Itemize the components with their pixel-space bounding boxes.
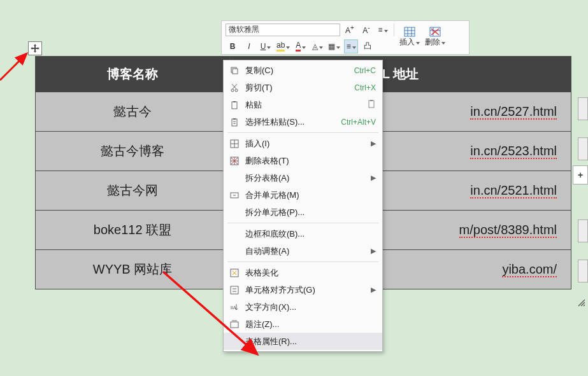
font-family-value: 微软雅黑 xyxy=(229,24,259,35)
grid-delete-icon xyxy=(229,155,240,167)
svg-line-11 xyxy=(163,272,257,354)
chevron-down-icon xyxy=(266,42,271,51)
url-text: in.cn/2521.html xyxy=(470,183,557,198)
italic-icon: I xyxy=(248,42,250,51)
font-increase-icon: A+ xyxy=(345,24,354,35)
bold-icon: B xyxy=(230,42,236,51)
borders-button[interactable]: ▦ xyxy=(327,39,341,53)
line-spacing-button[interactable]: ≡ xyxy=(376,23,390,37)
menu-label: 选择性粘贴(S)... xyxy=(245,116,336,128)
font-family-select[interactable]: 微软雅黑 xyxy=(226,24,340,36)
floating-toolbar: 微软雅黑 A+ A- ≡ 插入 删除 B I U ab A ◬ ▦ ≡ 凸 xyxy=(221,20,470,55)
cut-icon xyxy=(229,82,240,94)
delete-label: 删除 xyxy=(425,37,445,48)
merge-center-button[interactable]: 凸 xyxy=(361,39,375,53)
shading-button[interactable]: ◬ xyxy=(310,39,324,53)
menu-shortcut: Ctrl+Alt+V xyxy=(341,118,376,127)
copy-icon xyxy=(229,65,240,76)
svg-line-10 xyxy=(0,53,27,80)
cell-name[interactable]: 懿古今 xyxy=(36,92,230,132)
menu-label: 拆分表格(A) xyxy=(245,172,364,184)
decrease-font-button[interactable]: A- xyxy=(359,23,373,37)
line-spacing-icon: ≡ xyxy=(378,25,382,34)
insert-table-button[interactable]: 插入 xyxy=(398,25,421,50)
annotation-arrow-1 xyxy=(0,50,32,81)
increase-font-button[interactable]: A+ xyxy=(343,23,357,37)
merge-icon xyxy=(229,190,240,201)
menu-paste-special[interactable]: 选择性粘贴(S)... Ctrl+Alt+V xyxy=(224,113,382,130)
svg-rect-13 xyxy=(233,69,238,74)
url-text: in.cn/2527.html xyxy=(470,104,557,120)
clipboard-icon xyxy=(368,100,376,109)
align-button[interactable]: ≡ xyxy=(344,39,358,53)
chevron-down-icon xyxy=(440,38,445,46)
font-decrease-icon: A- xyxy=(362,24,369,35)
menu-label: 题注(Z)... xyxy=(245,319,376,330)
grid-icon xyxy=(229,138,240,150)
row-handle[interactable] xyxy=(578,137,588,160)
resize-icon xyxy=(577,298,586,307)
plus-icon: + xyxy=(578,170,583,180)
menu-label: 插入(I) xyxy=(245,138,364,150)
blank-icon xyxy=(229,228,240,240)
menu-separator xyxy=(227,223,378,223)
menu-label: 表格属性(R)... xyxy=(245,336,376,347)
menu-separator xyxy=(227,132,378,133)
cell-name[interactable]: 懿古今博客 xyxy=(36,132,230,171)
url-text: in.cn/2523.html xyxy=(470,144,557,159)
cell-name[interactable]: boke112 联盟 xyxy=(36,211,230,250)
svg-rect-20 xyxy=(369,101,374,108)
menu-split-cells[interactable]: 拆分单元格(P)... xyxy=(224,204,382,221)
menu-copy[interactable]: 复制(C) Ctrl+C xyxy=(224,62,382,79)
menu-paste[interactable]: 粘贴 xyxy=(224,96,382,113)
separator xyxy=(394,24,394,36)
svg-rect-0 xyxy=(405,27,415,36)
cell-name[interactable]: 懿古今网 xyxy=(36,171,230,211)
menu-separator xyxy=(227,261,378,262)
highlight-icon: ab xyxy=(276,41,285,52)
menu-label: 粘贴 xyxy=(245,99,362,111)
svg-point-14 xyxy=(231,89,234,92)
font-color-button[interactable]: A xyxy=(294,39,308,53)
menu-label: 剪切(T) xyxy=(245,82,349,94)
menu-label: 合并单元格(M) xyxy=(245,190,376,201)
merge-icon: 凸 xyxy=(364,41,371,52)
menu-auto-fit[interactable]: 自动调整(A) ▶ xyxy=(224,242,382,260)
toolbar-row-top: 微软雅黑 A+ A- ≡ 插入 删除 xyxy=(222,21,469,38)
underline-icon: U xyxy=(261,42,266,51)
table-header-name: 博客名称 xyxy=(36,57,230,92)
table-resize-handle[interactable] xyxy=(577,298,586,307)
chevron-down-icon xyxy=(335,42,340,51)
row-handle[interactable] xyxy=(578,219,588,242)
annotation-arrow-2 xyxy=(163,272,262,362)
menu-shortcut: Ctrl+C xyxy=(354,66,376,75)
add-row-button[interactable]: + xyxy=(573,165,588,185)
move-icon xyxy=(31,44,39,53)
row-handle[interactable] xyxy=(578,260,588,282)
menu-borders-shading[interactable]: 边框和底纹(B)... xyxy=(224,225,382,242)
menu-label: 表格美化 xyxy=(245,267,376,279)
italic-button[interactable]: I xyxy=(242,39,256,53)
insert-label: 插入 xyxy=(399,37,420,48)
bold-button[interactable]: B xyxy=(226,39,240,53)
menu-delete-table[interactable]: 删除表格(T) xyxy=(224,152,382,169)
blank-icon xyxy=(229,246,240,257)
menu-insert[interactable]: 插入(I) ▶ xyxy=(224,135,382,152)
svg-rect-23 xyxy=(233,118,236,120)
delete-table-button[interactable]: 删除 xyxy=(424,25,447,50)
highlight-button[interactable]: ab xyxy=(275,39,291,53)
menu-label: 自动调整(A) xyxy=(245,246,364,257)
menu-cut[interactable]: 剪切(T) Ctrl+X xyxy=(224,79,382,96)
menu-merge-cells[interactable]: 合并单元格(M) xyxy=(224,186,382,204)
menu-label: 拆分单元格(P)... xyxy=(245,207,376,218)
underline-button[interactable]: U xyxy=(259,39,273,53)
blank-icon xyxy=(229,207,240,218)
align-icon: ≡ xyxy=(347,42,351,51)
menu-split-table[interactable]: 拆分表格(A) ▶ xyxy=(224,169,382,186)
row-handle[interactable] xyxy=(578,97,588,120)
url-text: m/post/8389.html xyxy=(459,223,557,238)
table-insert-icon xyxy=(404,27,415,37)
chevron-right-icon: ▶ xyxy=(369,139,376,148)
svg-line-16 xyxy=(232,84,236,89)
svg-rect-21 xyxy=(370,100,373,101)
